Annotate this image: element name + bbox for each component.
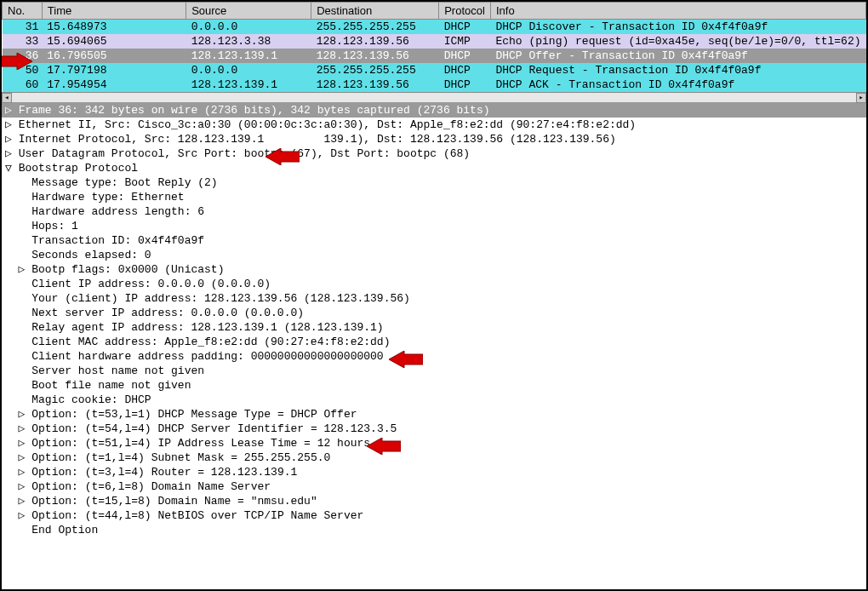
cell-destination: 255.255.255.255	[311, 63, 439, 77]
cell-time: 15.694065	[42, 34, 186, 49]
packet-details-tree[interactable]: ▷ Ethernet II, Src: Cisco_3c:a0:30 (00:0…	[2, 118, 866, 537]
tree-node[interactable]: End Option	[2, 523, 866, 537]
tree-node[interactable]: Transaction ID: 0x4f4f0a9f	[2, 233, 866, 248]
tree-node[interactable]: ▷ Ethernet II, Src: Cisco_3c:a0:30 (00:0…	[2, 118, 866, 132]
tree-node[interactable]: ▷ Option: (t=1,l=4) Subnet Mask = 255.25…	[2, 450, 866, 465]
col-time-header[interactable]: Time	[42, 3, 186, 20]
svg-marker-3	[367, 438, 401, 455]
packet-list-header: No. Time Source Destination Protocol Inf…	[3, 3, 866, 20]
tree-node[interactable]: ▷ Internet Protocol, Src: 128.123.139.1 …	[2, 132, 866, 146]
cell-time: 16.796505	[42, 49, 186, 63]
tree-node[interactable]: Client IP address: 0.0.0.0 (0.0.0.0)	[2, 277, 866, 291]
annotation-arrow-icon	[389, 351, 423, 368]
tree-node[interactable]: Seconds elapsed: 0	[2, 248, 866, 262]
cell-source: 128.123.139.1	[186, 49, 311, 63]
tree-node[interactable]: Next server IP address: 0.0.0.0 (0.0.0.0…	[2, 306, 866, 320]
cell-protocol: DHCP	[439, 49, 491, 63]
col-destination-header[interactable]: Destination	[311, 3, 439, 20]
tree-node[interactable]: ▷ Option: (t=54,l=4) DHCP Server Identif…	[2, 422, 866, 436]
cell-info: DHCP Discover - Transaction ID 0x4f4f0a9…	[490, 20, 865, 35]
scroll-left-icon[interactable]: ◂	[2, 93, 12, 103]
tree-node[interactable]: Boot file name not given	[2, 378, 866, 393]
frame-summary-bar[interactable]: ▷ Frame 36: 342 bytes on wire (2736 bits…	[2, 102, 866, 118]
table-row[interactable]: 3616.796505128.123.139.1128.123.139.56DH…	[3, 49, 866, 63]
tree-node[interactable]: ▷ Option: (t=51,l=4) IP Address Lease Ti…	[2, 436, 866, 450]
cell-source: 0.0.0.0	[186, 20, 311, 35]
cell-time: 17.797198	[42, 63, 186, 77]
table-row[interactable]: 6017.954954128.123.139.1128.123.139.56DH…	[3, 77, 866, 92]
col-info-header[interactable]: Info	[490, 3, 865, 20]
tree-node[interactable]: ▷ Option: (t=53,l=1) DHCP Message Type =…	[2, 407, 866, 422]
table-row[interactable]: 5017.7971980.0.0.0255.255.255.255DHCPDHC…	[3, 63, 866, 77]
col-no-header[interactable]: No.	[3, 3, 43, 20]
packet-rows: 3115.6489730.0.0.0255.255.255.255DHCPDHC…	[3, 20, 866, 93]
cell-destination: 128.123.139.56	[311, 77, 439, 92]
cell-destination: 255.255.255.255	[311, 20, 439, 35]
cell-info: DHCP Offer - Transaction ID 0x4f4f0a9f	[490, 49, 865, 63]
cell-info: DHCP ACK - Transaction ID 0x4f4f0a9f	[490, 77, 865, 92]
cell-no: 31	[3, 20, 43, 35]
tree-node[interactable]: ▷ Option: (t=15,l=8) Domain Name = "nmsu…	[2, 494, 866, 508]
cell-info: Echo (ping) request (id=0xa45e, seq(be/l…	[490, 34, 865, 49]
svg-marker-2	[389, 351, 423, 368]
tree-node[interactable]: Relay agent IP address: 128.123.139.1 (1…	[2, 320, 866, 335]
cell-destination: 128.123.139.56	[311, 34, 439, 49]
tree-node[interactable]: Message type: Boot Reply (2)	[2, 175, 866, 190]
cell-no: 33	[3, 34, 43, 49]
annotation-arrow-icon	[0, 53, 32, 70]
cell-source: 128.123.3.38	[186, 34, 311, 49]
tree-node[interactable]: Hops: 1	[2, 219, 866, 233]
table-row[interactable]: 3315.694065128.123.3.38128.123.139.56ICM…	[3, 34, 866, 49]
tree-node[interactable]: Client hardware address padding: 0000000…	[2, 349, 866, 364]
cell-destination: 128.123.139.56	[311, 49, 439, 63]
cell-no: 60	[3, 77, 43, 92]
scroll-right-icon[interactable]: ▸	[856, 93, 866, 103]
cell-info: DHCP Request - Transaction ID 0x4f4f0a9f	[490, 63, 865, 77]
cell-protocol: DHCP	[439, 20, 491, 35]
annotation-arrow-icon	[367, 438, 401, 455]
cell-protocol: ICMP	[439, 34, 491, 49]
tree-node[interactable]: Client MAC address: Apple_f8:e2:dd (90:2…	[2, 335, 866, 349]
tree-node[interactable]: ▽ Bootstrap Protocol	[2, 161, 866, 175]
tree-node[interactable]: ▷ Option: (t=44,l=8) NetBIOS over TCP/IP…	[2, 508, 866, 523]
cell-source: 0.0.0.0	[186, 63, 311, 77]
cell-protocol: DHCP	[439, 77, 491, 92]
cell-time: 15.648973	[42, 20, 186, 35]
table-row[interactable]: 3115.6489730.0.0.0255.255.255.255DHCPDHC…	[3, 20, 866, 35]
col-source-header[interactable]: Source	[186, 3, 311, 20]
cell-time: 17.954954	[42, 77, 186, 92]
svg-marker-1	[266, 148, 300, 165]
tree-node[interactable]: ▷ Option: (t=6,l=8) Domain Name Server	[2, 479, 866, 494]
packet-list-table[interactable]: No. Time Source Destination Protocol Inf…	[2, 2, 866, 92]
annotation-arrow-icon	[266, 148, 300, 165]
svg-marker-0	[0, 53, 32, 70]
cell-source: 128.123.139.1	[186, 77, 311, 92]
tree-node[interactable]: Hardware type: Ethernet	[2, 190, 866, 204]
cell-protocol: DHCP	[439, 63, 491, 77]
tree-node[interactable]: ▷ Option: (t=3,l=4) Router = 128.123.139…	[2, 465, 866, 479]
tree-node[interactable]: Magic cookie: DHCP	[2, 393, 866, 407]
tree-node[interactable]: Hardware address length: 6	[2, 204, 866, 219]
tree-node[interactable]: ▷ User Datagram Protocol, Src Port: boot…	[2, 146, 866, 161]
tree-node[interactable]: ▷ Bootp flags: 0x0000 (Unicast)	[2, 262, 866, 277]
tree-node[interactable]: Your (client) IP address: 128.123.139.56…	[2, 291, 866, 306]
horizontal-scrollbar[interactable]: ◂ ▸	[2, 92, 866, 102]
col-protocol-header[interactable]: Protocol	[439, 3, 491, 20]
tree-node[interactable]: Server host name not given	[2, 364, 866, 378]
